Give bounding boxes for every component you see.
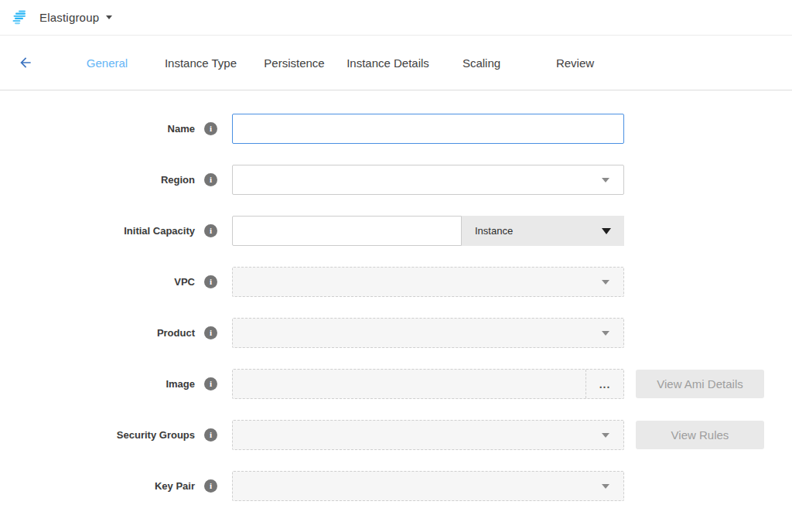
form-row-product: Product	[0, 318, 792, 348]
vpc-select	[232, 267, 624, 297]
tab-instance-details[interactable]: Instance Details	[341, 49, 435, 77]
product-label: Product	[157, 327, 195, 339]
chevron-down-icon	[602, 484, 609, 489]
vpc-label: VPC	[174, 276, 195, 288]
tab-review[interactable]: Review	[528, 49, 622, 77]
wizard-tab-bar: General Instance Type Persistence Instan…	[0, 36, 792, 90]
initial-capacity-label: Initial Capacity	[124, 225, 195, 237]
info-icon[interactable]	[204, 479, 217, 493]
image-input: ...	[232, 369, 624, 399]
tab-general[interactable]: General	[60, 49, 154, 77]
view-ami-details-button[interactable]: View Ami Details	[636, 370, 764, 398]
form-row-region: Region	[0, 165, 792, 195]
key-pair-select	[232, 471, 624, 501]
wizard-tabs: General Instance Type Persistence Instan…	[60, 49, 622, 77]
elastigroup-logo-icon	[12, 10, 31, 26]
info-icon[interactable]	[204, 326, 217, 339]
form-row-vpc: VPC	[0, 267, 792, 297]
capacity-unit-value: Instance	[475, 225, 513, 237]
initial-capacity-input[interactable]	[232, 216, 462, 246]
capacity-unit-select[interactable]: Instance	[462, 216, 624, 246]
view-rules-button[interactable]: View Rules	[636, 421, 764, 449]
tab-scaling[interactable]: Scaling	[435, 49, 528, 77]
image-browse-button[interactable]: ...	[585, 370, 623, 398]
info-icon[interactable]	[204, 275, 217, 288]
form-row-name: Name	[0, 114, 792, 144]
tab-instance-type[interactable]: Instance Type	[154, 49, 248, 77]
brand-title: Elastigroup	[39, 11, 99, 24]
region-label: Region	[161, 174, 195, 186]
chevron-down-icon	[602, 280, 609, 285]
elastigroup-product-menu[interactable]: Elastigroup	[12, 10, 112, 26]
name-label: Name	[168, 123, 195, 135]
region-select[interactable]	[232, 165, 624, 195]
chevron-down-icon[interactable]	[106, 15, 112, 19]
chevron-down-icon	[602, 178, 609, 182]
info-icon[interactable]	[204, 428, 217, 442]
back-button[interactable]	[15, 53, 36, 73]
info-icon[interactable]	[204, 377, 217, 390]
product-select	[232, 318, 624, 348]
security-groups-select	[232, 420, 624, 450]
name-input[interactable]	[232, 114, 624, 144]
info-icon[interactable]	[204, 173, 217, 186]
form-row-image: Image ... View Ami Details	[0, 369, 792, 399]
image-label: Image	[166, 378, 195, 390]
form-row-security-groups: Security Groups View Rules	[0, 420, 792, 450]
info-icon[interactable]	[204, 224, 217, 237]
chevron-down-icon	[602, 228, 611, 234]
key-pair-label: Key Pair	[155, 480, 195, 492]
chevron-down-icon	[602, 331, 609, 336]
form-row-initial-capacity: Initial Capacity Instance	[0, 216, 792, 246]
tab-persistence[interactable]: Persistence	[248, 49, 341, 77]
info-icon[interactable]	[204, 122, 217, 135]
arrow-left-icon	[18, 55, 33, 70]
security-groups-label: Security Groups	[117, 429, 195, 441]
chevron-down-icon	[602, 433, 609, 438]
form-row-key-pair: Key Pair	[0, 471, 792, 501]
general-settings-form: Name Region Initial Capacity Ins	[0, 90, 792, 501]
top-bar: Elastigroup	[0, 0, 792, 36]
